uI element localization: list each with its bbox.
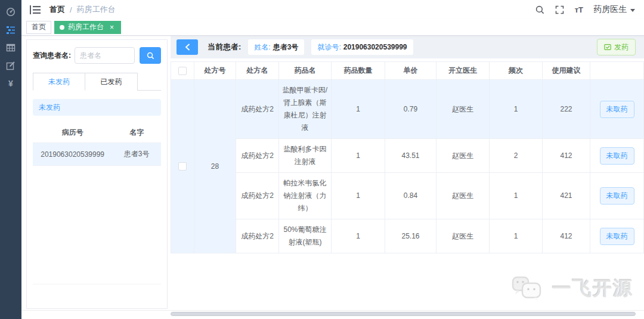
header-unit-price: 单价 bbox=[385, 62, 436, 80]
unit-price-cell: 43.51 bbox=[385, 139, 436, 173]
quantity-cell: 1 bbox=[332, 173, 385, 219]
dispense-status-tabs: 未发药 已发药 bbox=[33, 73, 161, 91]
unit-price-cell: 0.84 bbox=[385, 173, 436, 219]
top-navbar: 首页 / 药房工作台 тT 药房医生 bbox=[21, 0, 644, 19]
edit-icon[interactable] bbox=[6, 61, 16, 70]
not-taken-button[interactable]: 未取药 bbox=[600, 101, 634, 118]
col-record-no: 病历号 bbox=[33, 128, 112, 138]
frequency-cell: 1 bbox=[490, 80, 543, 139]
breadcrumb-current: 药房工作台 bbox=[77, 4, 116, 15]
status-cell: 未取药 bbox=[590, 219, 644, 253]
drug-row: 28成药处方2盐酸甲哌卡因/肾上腺素（斯康杜尼）注射液10.79赵医生1222未… bbox=[171, 80, 644, 139]
search-button[interactable] bbox=[140, 47, 161, 64]
drug-name-cell: 帕拉米韦氯化钠注射液（力纬） bbox=[279, 173, 332, 219]
status-cell: 未取药 bbox=[590, 80, 644, 139]
status-cell: 未取药 bbox=[590, 173, 644, 219]
dispense-icon bbox=[604, 44, 611, 51]
user-menu[interactable]: 药房医生 bbox=[593, 4, 635, 15]
chevron-left-icon bbox=[185, 44, 190, 51]
dispense-button[interactable]: 发药 bbox=[597, 39, 636, 55]
tab-not-dispensed[interactable]: 未发药 bbox=[33, 73, 85, 91]
dispense-button-label: 发药 bbox=[614, 42, 628, 52]
doctor-cell: 赵医生 bbox=[436, 80, 490, 139]
tag-home[interactable]: 首页 bbox=[26, 21, 51, 34]
close-icon[interactable]: × bbox=[108, 23, 116, 31]
patient-record-no: 2019063020539999 bbox=[33, 150, 112, 159]
name-label: 姓名: bbox=[254, 42, 270, 52]
name-value: 患者3号 bbox=[273, 42, 299, 52]
row-checkbox[interactable] bbox=[178, 162, 187, 171]
group-header-not-dispensed[interactable]: 未发药 bbox=[33, 99, 161, 116]
prescription-name-cell: 成药处方2 bbox=[236, 80, 279, 139]
horizontal-scrollbar bbox=[171, 312, 640, 317]
usage-advice-cell: 412 bbox=[543, 219, 590, 253]
patient-panel: 查询患者名: 未发药 已发药 未发药 病历号 名字 20190630205399… bbox=[26, 39, 168, 309]
patient-list: 病历号 名字 2019063020539999 患者3号 bbox=[33, 123, 161, 166]
drug-row: 成药处方2帕拉米韦氯化钠注射液（力纬）10.84赵医生1421未取药 bbox=[171, 173, 644, 219]
row-select-cell bbox=[171, 80, 194, 253]
drug-row: 成药处方2盐酸利多卡因注射液143.51赵医生2412未取药 bbox=[171, 139, 644, 173]
active-dot-icon bbox=[60, 25, 64, 30]
back-button[interactable] bbox=[177, 39, 198, 55]
header-quantity: 药品数量 bbox=[332, 62, 385, 80]
header-doctor: 开立医生 bbox=[436, 62, 490, 80]
patient-list-header: 病历号 名字 bbox=[33, 123, 161, 143]
search-label: 查询患者名: bbox=[33, 51, 71, 61]
divider bbox=[33, 284, 161, 284]
drug-name-cell: 盐酸甲哌卡因/肾上腺素（斯康杜尼）注射液 bbox=[279, 80, 332, 139]
patient-name-input[interactable] bbox=[75, 47, 135, 64]
visit-value: 2019063020539999 bbox=[343, 43, 407, 51]
header-select-cell bbox=[171, 62, 194, 80]
prescription-name-cell: 成药处方2 bbox=[236, 139, 279, 173]
breadcrumb-separator: / bbox=[70, 5, 72, 14]
drug-row: 成药处方250%葡萄糖注射液(塑瓶)125.16赵医生1412未取药 bbox=[171, 219, 644, 253]
divider bbox=[21, 310, 644, 311]
prescription-panel: 当前患者: 姓名: 患者3号 就诊号: 2019063020539999 发药 … bbox=[171, 36, 644, 309]
breadcrumb: 首页 / 药房工作台 bbox=[49, 4, 116, 15]
yuan-icon[interactable]: ¥ bbox=[6, 79, 16, 88]
not-taken-button[interactable]: 未取药 bbox=[600, 187, 634, 205]
chevron-down-icon bbox=[630, 9, 635, 12]
patient-row[interactable]: 2019063020539999 患者3号 bbox=[33, 143, 161, 166]
header-usage-advice: 使用建议 bbox=[543, 62, 590, 80]
search-icon bbox=[147, 52, 154, 60]
sidebar-collapse-icon[interactable] bbox=[30, 5, 41, 14]
tag-pharmacy-workbench[interactable]: 药房工作台 × bbox=[54, 21, 121, 34]
font-size-icon[interactable]: тT bbox=[575, 5, 583, 14]
frequency-cell: 1 bbox=[490, 219, 543, 253]
grid-icon[interactable] bbox=[6, 43, 16, 52]
search-icon[interactable] bbox=[535, 5, 545, 14]
breadcrumb-home[interactable]: 首页 bbox=[49, 4, 65, 15]
header-action bbox=[590, 62, 644, 80]
scrollbar-thumb[interactable] bbox=[171, 312, 636, 316]
usage-advice-cell: 222 bbox=[543, 80, 590, 139]
not-taken-button[interactable]: 未取药 bbox=[600, 147, 634, 165]
fullscreen-icon[interactable] bbox=[555, 5, 565, 14]
prescription-table-body: 28成药处方2盐酸甲哌卡因/肾上腺素（斯康杜尼）注射液10.79赵医生1222未… bbox=[171, 80, 644, 253]
user-menu-label: 药房医生 bbox=[593, 4, 627, 15]
header-prescription-name: 处方名 bbox=[236, 62, 279, 80]
patient-name-field[interactable]: 姓名: 患者3号 bbox=[248, 39, 304, 55]
sidebar: ¥ bbox=[0, 0, 21, 319]
unit-price-cell: 0.79 bbox=[385, 80, 436, 139]
col-name: 名字 bbox=[112, 128, 161, 138]
select-all-checkbox[interactable] bbox=[178, 67, 187, 75]
prescription-no-cell: 28 bbox=[194, 80, 236, 253]
visit-no-field[interactable]: 就诊号: 2019063020539999 bbox=[311, 39, 413, 55]
tags-bar: 首页 药房工作台 × bbox=[21, 19, 644, 36]
quantity-cell: 1 bbox=[332, 139, 385, 173]
gauge-icon[interactable] bbox=[6, 7, 16, 17]
tab-dispensed[interactable]: 已发药 bbox=[85, 73, 138, 91]
list-icon[interactable] bbox=[6, 25, 16, 35]
usage-advice-cell: 421 bbox=[543, 173, 590, 219]
frequency-cell: 1 bbox=[490, 173, 543, 219]
quantity-cell: 1 bbox=[332, 80, 385, 139]
patient-search-row: 查询患者名: bbox=[33, 47, 161, 64]
not-taken-button[interactable]: 未取药 bbox=[600, 228, 634, 245]
quantity-cell: 1 bbox=[332, 219, 385, 253]
prescription-table-header: 处方号 处方名 药品名 药品数量 单价 开立医生 频次 使用建议 bbox=[171, 62, 644, 80]
tag-home-label: 首页 bbox=[32, 22, 46, 32]
frequency-cell: 2 bbox=[490, 139, 543, 173]
navbar-actions: тT 药房医生 bbox=[535, 4, 635, 15]
doctor-cell: 赵医生 bbox=[436, 173, 490, 219]
